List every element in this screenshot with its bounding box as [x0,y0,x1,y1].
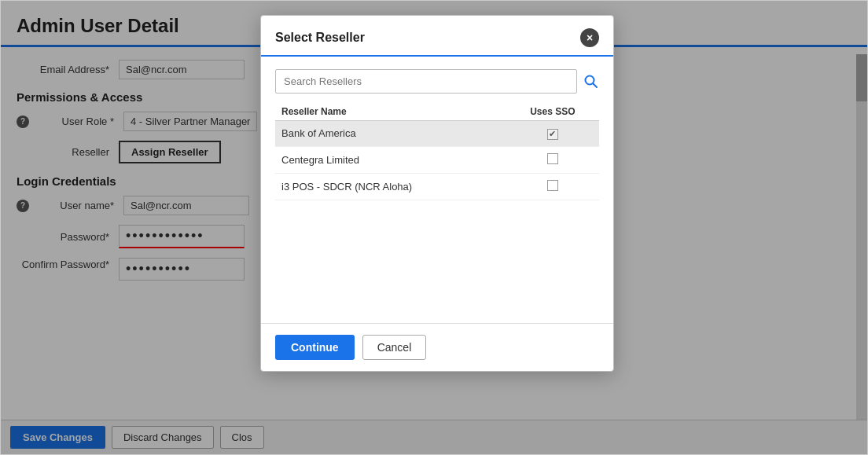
table-row[interactable]: Bank of America✔ [275,121,599,147]
search-button[interactable] [583,74,599,90]
select-reseller-modal: Select Reseller × Reseller Name [260,15,614,372]
search-input[interactable] [275,69,577,94]
modal-body: Reseller Name Uses SSO Bank of America✔C… [261,57,613,323]
table-row[interactable]: i3 POS - SDCR (NCR Aloha) [275,173,599,200]
modal-header: Select Reseller × [261,16,613,57]
reseller-name-cell: i3 POS - SDCR (NCR Aloha) [275,173,506,200]
modal-title: Select Reseller [275,31,365,45]
modal-footer: Continue Cancel [261,323,613,371]
col-uses-sso: Uses SSO [506,103,599,121]
col-reseller-name: Reseller Name [275,103,506,121]
search-row [275,69,599,94]
sso-checkbox[interactable]: ✔ [547,129,558,140]
reseller-name-cell: Centegra Limited [275,146,506,173]
search-icon [583,74,599,90]
sso-checkbox[interactable] [547,153,558,164]
modal-spacer [275,200,599,310]
sso-cell[interactable] [506,173,599,200]
sso-checkbox[interactable] [547,180,558,191]
svg-line-1 [594,83,598,87]
sso-cell[interactable] [506,146,599,173]
reseller-name-cell: Bank of America [275,121,506,147]
continue-button[interactable]: Continue [275,335,355,360]
modal-close-button[interactable]: × [580,28,599,47]
table-row[interactable]: Centegra Limited [275,146,599,173]
sso-cell[interactable]: ✔ [506,121,599,147]
page-background: Admin User Detail Email Address* Sal@ncr… [0,0,868,455]
reseller-table: Reseller Name Uses SSO Bank of America✔C… [275,103,599,200]
cancel-button[interactable]: Cancel [362,335,427,360]
